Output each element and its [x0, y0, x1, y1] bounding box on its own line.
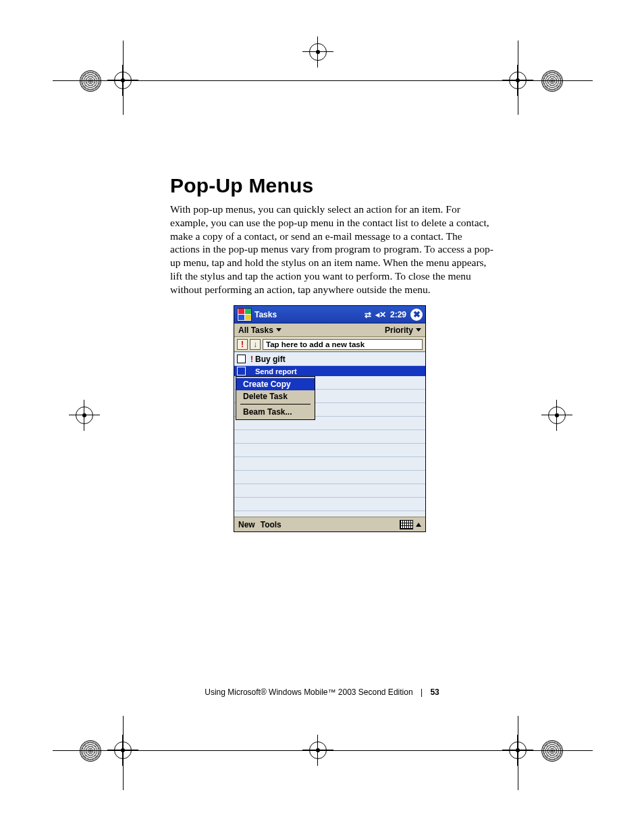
task-row-selected[interactable]: Send report [234, 365, 425, 376]
crop-line [123, 716, 124, 790]
task-list: ! Buy gift Send report Create Copy Delet… [234, 352, 425, 517]
footer-separator: | [421, 687, 423, 697]
new-task-input[interactable]: Tap here to add a new task [263, 339, 423, 350]
task-row[interactable]: ! Buy gift [234, 352, 425, 365]
tools-button[interactable]: Tools [261, 520, 281, 529]
crop-reg [76, 407, 93, 424]
footer-text: Using Microsoft® Windows Mobile™ 2003 Se… [205, 687, 412, 697]
crop-mark-globe [541, 70, 563, 92]
menu-item-beam-task[interactable]: Beam Task... [236, 406, 315, 418]
priority-low-button[interactable]: ↓ [250, 339, 261, 350]
pda-screenshot: Tasks ⇄ ◂✕ 2:29 ✖ All Tasks Priority ! ↓ [234, 305, 426, 532]
page-footer: Using Microsoft® Windows Mobile™ 2003 Se… [0, 687, 644, 697]
chevron-down-icon [416, 328, 421, 332]
crop-line [123, 41, 124, 115]
crop-line [518, 41, 518, 115]
start-icon[interactable] [237, 308, 252, 321]
crop-line [53, 80, 593, 81]
close-icon[interactable]: ✖ [410, 309, 423, 321]
priority-high-button[interactable]: ! [237, 339, 248, 350]
new-task-row: ! ↓ Tap here to add a new task [234, 337, 425, 352]
filter-sort-label: Priority [385, 325, 413, 335]
input-panel-up-icon[interactable] [416, 523, 421, 527]
new-task-placeholder: Tap here to add a new task [266, 340, 365, 348]
chevron-down-icon [276, 328, 281, 332]
menu-separator [240, 404, 311, 405]
task-label: Buy gift [255, 355, 286, 364]
app-title: Tasks [254, 310, 277, 319]
titlebar: Tasks ⇄ ◂✕ 2:29 ✖ [234, 306, 425, 323]
crop-line [518, 716, 518, 790]
task-checkbox[interactable] [237, 367, 246, 375]
crop-mark-globe [541, 740, 563, 762]
task-label: Send report [255, 367, 297, 375]
priority-icon: ! [248, 355, 255, 364]
section-heading: Pop-Up Menus [170, 174, 494, 197]
connectivity-icon[interactable]: ⇄ [365, 310, 371, 319]
speaker-icon[interactable]: ◂✕ [375, 310, 386, 319]
keyboard-icon[interactable] [400, 520, 413, 529]
command-bar: New Tools [234, 517, 425, 531]
menu-item-create-copy[interactable]: Create Copy [236, 378, 315, 390]
filter-category-label: All Tasks [238, 325, 273, 335]
filter-sort-dropdown[interactable]: Priority [385, 325, 421, 335]
task-checkbox[interactable] [237, 355, 246, 363]
section-paragraph: With pop-up menus, you can quickly selec… [170, 203, 494, 296]
crop-mark-globe [80, 740, 101, 762]
page-number: 53 [430, 687, 439, 697]
crop-reg [309, 43, 327, 61]
menu-item-delete-task[interactable]: Delete Task [236, 390, 315, 402]
clock-text: 2:29 [390, 310, 406, 319]
crop-mark-globe [80, 70, 101, 92]
crop-line [53, 750, 593, 751]
filter-bar: All Tasks Priority [234, 323, 425, 337]
filter-category-dropdown[interactable]: All Tasks [238, 325, 281, 335]
new-button[interactable]: New [238, 520, 255, 529]
crop-reg [548, 407, 566, 424]
context-popup-menu: Create Copy Delete Task Beam Task... [236, 376, 315, 420]
